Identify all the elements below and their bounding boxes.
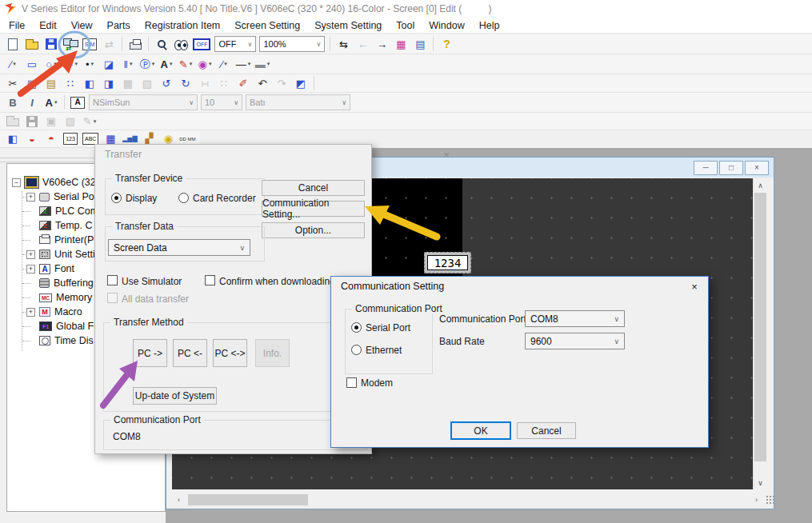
- restore-button[interactable]: □: [719, 161, 743, 175]
- cut-button[interactable]: ✂: [4, 75, 22, 91]
- lamp-part-button[interactable]: ◒: [23, 131, 41, 147]
- scroll-down-button[interactable]: ∨: [754, 476, 767, 489]
- scroll-right-button[interactable]: ›: [750, 493, 763, 506]
- paint-button[interactable]: ✐: [234, 75, 252, 91]
- copy-button[interactable]: ▣: [23, 75, 41, 91]
- vertical-scrollbar[interactable]: ∧ ∨: [753, 178, 766, 489]
- scroll-up-button[interactable]: ∧: [754, 178, 767, 192]
- eraser-tool-button[interactable]: ◪: [100, 56, 118, 72]
- bring-front-button[interactable]: ◧: [81, 75, 98, 91]
- use-simulator-checkbox[interactable]: [107, 275, 118, 285]
- modem-checkbox[interactable]: [346, 377, 357, 388]
- pc-both-button[interactable]: PC <->: [213, 339, 247, 367]
- pc-from-button[interactable]: PC <-: [173, 339, 207, 367]
- font-frame-button[interactable]: A: [70, 97, 85, 109]
- plus-expand-icon[interactable]: +: [26, 308, 35, 317]
- dot-tool-button[interactable]: •▾: [81, 56, 98, 72]
- option-button[interactable]: Option...: [262, 222, 365, 238]
- circle-tool-button[interactable]: ○▾: [42, 56, 60, 72]
- prev-screen-button[interactable]: ←: [354, 36, 371, 52]
- menu-tool[interactable]: Tool: [389, 18, 422, 33]
- italic-button[interactable]: I: [23, 94, 41, 110]
- line-style-button[interactable]: ∕▾: [215, 56, 233, 72]
- off-state-icon[interactable]: OFF: [193, 38, 210, 50]
- plus-expand-icon[interactable]: +: [26, 250, 35, 259]
- update-system-button[interactable]: Up-date of System: [133, 387, 217, 405]
- horizontal-scrollbar[interactable]: ‹ ›: [172, 493, 765, 507]
- undo-button[interactable]: ↶: [254, 75, 271, 91]
- screen-list-button[interactable]: ▤: [411, 36, 429, 52]
- confirm-downloading-checkbox[interactable]: [205, 275, 215, 285]
- pen-button[interactable]: ✎▾: [177, 56, 194, 72]
- line-tool-button[interactable]: ∕▾: [4, 56, 22, 72]
- scale-tool-button[interactable]: ‖▾: [119, 56, 137, 72]
- transfer-button[interactable]: ⇄: [62, 36, 79, 52]
- print-button[interactable]: [126, 36, 144, 52]
- zoom-combo[interactable]: 100%∨: [259, 36, 325, 52]
- menu-window[interactable]: Window: [422, 18, 471, 33]
- menu-edit[interactable]: Edit: [32, 18, 64, 33]
- menu-system-setting[interactable]: System Setting: [307, 18, 389, 33]
- ethernet-radio[interactable]: [351, 345, 362, 355]
- new-button[interactable]: [4, 36, 22, 52]
- numeric-display-part[interactable]: 1234: [424, 252, 471, 273]
- transfer-data-combo[interactable]: Screen Data ∨: [108, 239, 250, 256]
- numeric-part-button[interactable]: 123: [63, 133, 78, 145]
- fill-button[interactable]: ▬▾: [254, 56, 271, 72]
- line-width-button[interactable]: —▾: [234, 56, 252, 72]
- display-env-button[interactable]: [172, 36, 190, 52]
- menu-help[interactable]: Help: [472, 18, 507, 33]
- screen-jump-button[interactable]: ⇆: [334, 36, 352, 52]
- minus-expand-icon[interactable]: −: [12, 178, 21, 187]
- save-button[interactable]: [42, 36, 60, 52]
- palette-button[interactable]: ◉▾: [196, 56, 214, 72]
- cancel-button[interactable]: Cancel: [262, 180, 365, 196]
- plus-expand-icon[interactable]: +: [26, 265, 35, 273]
- minimize-button[interactable]: ─: [694, 161, 718, 175]
- resize-grip[interactable]: [766, 495, 774, 505]
- menu-screen-setting[interactable]: Screen Setting: [227, 18, 307, 33]
- communication-setting-button[interactable]: Communication Setting...: [262, 201, 365, 217]
- switch-part-button[interactable]: ◧: [4, 131, 22, 147]
- close-button[interactable]: ×: [745, 161, 769, 175]
- open-button[interactable]: [23, 36, 41, 52]
- plus-expand-icon[interactable]: +: [26, 193, 35, 202]
- bold-button[interactable]: B: [4, 94, 22, 110]
- card-recorder-radio[interactable]: [178, 193, 189, 203]
- char-color-button[interactable]: A▾: [158, 56, 175, 72]
- menu-parts[interactable]: Parts: [100, 18, 138, 33]
- state-combo[interactable]: OFF∨: [214, 36, 256, 52]
- send-back-button[interactable]: ◨: [100, 75, 118, 91]
- display-radio[interactable]: [111, 193, 122, 203]
- serial-port-radio[interactable]: [351, 322, 362, 333]
- multi-copy-button[interactable]: ∷: [62, 75, 79, 91]
- select-button[interactable]: ◩: [292, 75, 310, 91]
- baud-rate-combo[interactable]: 9600 ∨: [525, 333, 625, 349]
- horizontal-scrollbar-thumb[interactable]: [188, 494, 308, 505]
- lamp2-part-button[interactable]: ◓: [42, 131, 60, 147]
- char-part-button[interactable]: ABC: [82, 133, 98, 145]
- close-icon[interactable]: ×: [439, 147, 454, 162]
- next-screen-button[interactable]: →: [373, 36, 390, 52]
- vertical-scrollbar-thumb[interactable]: [754, 193, 766, 461]
- simulator-button[interactable]: SIM: [82, 38, 97, 50]
- zoom-tool-button[interactable]: [153, 36, 170, 52]
- font-color-button[interactable]: A▾: [42, 94, 60, 110]
- menu-file[interactable]: File: [2, 18, 32, 33]
- paste-button[interactable]: ▤: [42, 75, 60, 91]
- close-icon[interactable]: ×: [687, 279, 702, 293]
- menu-view[interactable]: View: [64, 18, 100, 33]
- comm-port-combo[interactable]: COM8 ∨: [525, 310, 625, 327]
- parts-button[interactable]: Ⓟ▾: [138, 56, 156, 72]
- rotate-left-button[interactable]: ↺: [158, 75, 175, 91]
- comm-cancel-button[interactable]: Cancel: [517, 422, 576, 439]
- ok-button[interactable]: OK: [450, 421, 511, 440]
- rect-tool-button[interactable]: ▭: [23, 56, 41, 72]
- help-button[interactable]: ?: [438, 36, 455, 52]
- rotate-right-button[interactable]: ↻: [177, 75, 194, 91]
- text-tool-button[interactable]: ABC▾: [62, 56, 79, 72]
- pc-to-button[interactable]: PC ->: [133, 339, 167, 367]
- item-list-button[interactable]: ▦: [392, 36, 410, 52]
- scroll-left-button[interactable]: ‹: [172, 493, 186, 506]
- menu-registration-item[interactable]: Registration Item: [138, 18, 227, 33]
